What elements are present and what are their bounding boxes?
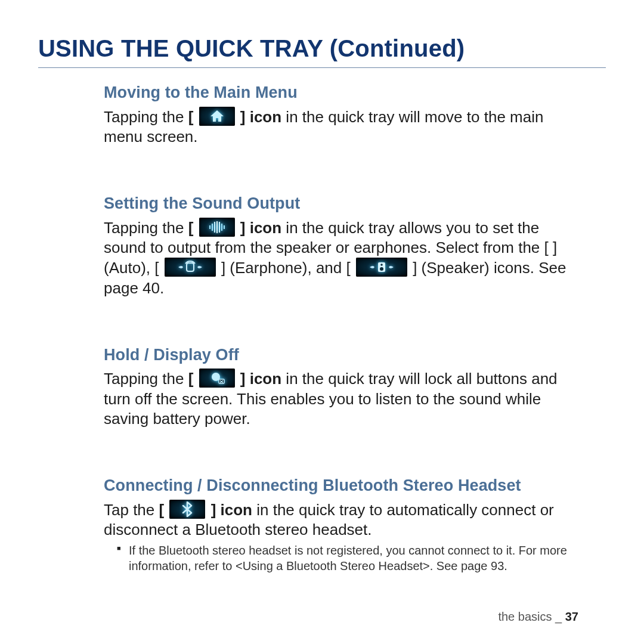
svg-rect-2 — [214, 222, 215, 233]
bracket-open: [ — [188, 370, 198, 388]
bracket-close: ] icon — [236, 108, 282, 126]
svg-point-10 — [380, 267, 383, 271]
page-title: USING THE QUICK TRAY (Continued) — [38, 33, 606, 64]
svg-rect-1 — [212, 224, 213, 231]
footer-separator: _ — [552, 610, 565, 623]
section-heading: Setting the Sound Output — [104, 193, 582, 214]
sound-bars-icon — [199, 218, 235, 237]
svg-rect-6 — [224, 225, 225, 229]
svg-rect-4 — [219, 222, 220, 233]
svg-rect-3 — [216, 221, 218, 233]
text: Tapping the — [104, 370, 188, 388]
bracket-open: [ — [159, 501, 169, 519]
section-body: Tapping the [ ] icon in the quick tray a… — [104, 218, 582, 298]
manual-page: USING THE QUICK TRAY (Continued) Moving … — [0, 0, 644, 644]
content-column: Moving to the Main Menu Tapping the [ ] … — [104, 82, 582, 574]
bracket-close: ] icon — [206, 501, 252, 519]
text: Tap the — [104, 501, 159, 519]
section-body: Tapping the [ ] icon in the quick tray w… — [104, 107, 582, 147]
earphone-icon — [165, 258, 216, 277]
section-heading: Moving to the Main Menu — [104, 82, 582, 103]
bracket-open: [ — [188, 108, 198, 126]
svg-rect-0 — [209, 225, 210, 229]
footer-section: the basics — [498, 610, 552, 623]
speaker-icon — [356, 258, 407, 277]
section-sound-output: Setting the Sound Output Tapping the [ ]… — [104, 193, 582, 298]
svg-rect-5 — [221, 224, 222, 231]
page-footer: the basics _ 37 — [498, 609, 578, 625]
section-body: Tapping the [ ] icon in the quick tray w… — [104, 369, 582, 429]
svg-rect-7 — [187, 263, 194, 271]
note-list: If the Bluetooth stereo headset is not r… — [117, 543, 582, 574]
title-divider — [38, 67, 606, 68]
section-heading: Hold / Display Off — [104, 345, 582, 366]
section-body: Tap the [ ] icon in the quick tray to au… — [104, 500, 582, 540]
bracket-open: [ — [188, 219, 198, 237]
text: Tapping the — [104, 108, 188, 126]
section-heading: Connecting / Disconnecting Bluetooth Ste… — [104, 475, 582, 496]
bracket-close: ] icon — [236, 370, 282, 388]
svg-point-9 — [380, 264, 383, 267]
section-bluetooth-headset: Connecting / Disconnecting Bluetooth Ste… — [104, 475, 582, 574]
text: ] (Earphone), and [ — [217, 259, 355, 277]
section-moving-main-menu: Moving to the Main Menu Tapping the [ ] … — [104, 82, 582, 147]
bracket-close: ] icon — [236, 219, 282, 237]
footer-page-number: 37 — [565, 610, 578, 623]
bluetooth-icon — [169, 500, 205, 519]
note-item: If the Bluetooth stereo headset is not r… — [117, 543, 582, 574]
home-icon — [199, 107, 235, 126]
section-hold-display-off: Hold / Display Off Tapping the [ ] icon … — [104, 345, 582, 429]
hold-lock-icon — [199, 369, 235, 388]
text: Tapping the — [104, 219, 188, 237]
